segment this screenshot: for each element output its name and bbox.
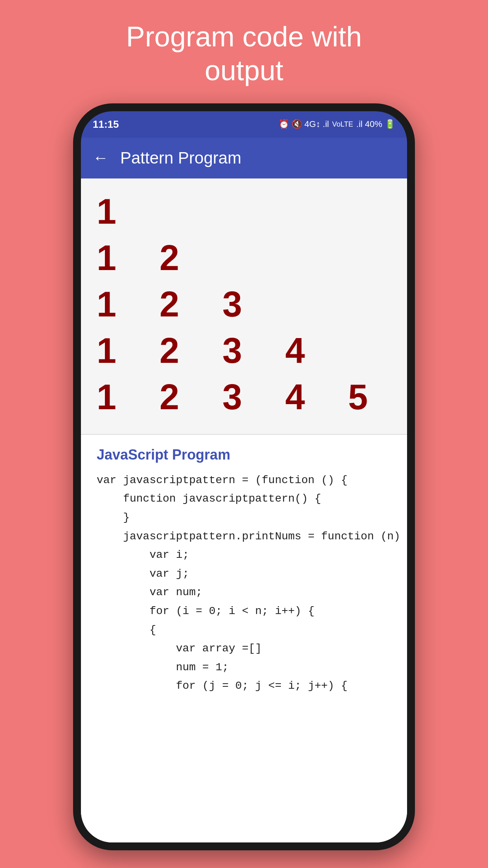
phone-mockup: 11:15 ⏰ 🔇 4G↕ .il VoLTE.il 40% 🔋 ← Patte… <box>73 103 415 850</box>
pattern-num: 1 <box>97 329 128 372</box>
pattern-num: 2 <box>160 329 191 372</box>
pattern-row-1: 1 <box>97 190 391 233</box>
code-line: { <box>97 621 391 640</box>
status-icons: ⏰ 🔇 4G↕ .il VoLTE.il 40% 🔋 <box>279 119 395 129</box>
pattern-num: 2 <box>160 237 191 279</box>
code-line: var array =[] <box>97 639 391 658</box>
pattern-num: 1 <box>97 237 128 279</box>
code-line: function javascriptpattern() { <box>97 489 391 508</box>
back-button[interactable]: ← <box>93 149 108 167</box>
app-bar: ← Pattern Program <box>81 138 407 178</box>
code-line: var i; <box>97 546 391 565</box>
pattern-row-2: 1 2 <box>97 237 391 279</box>
code-section: JavaScript Program var javascriptpattern… <box>81 435 407 842</box>
pattern-num: 4 <box>285 329 317 372</box>
page-title: Program code with output <box>95 20 393 88</box>
pattern-row-3: 1 2 3 <box>97 283 391 326</box>
code-section-title: JavaScript Program <box>97 447 391 463</box>
code-block: var javascriptpattern = (function () { f… <box>97 471 391 695</box>
pattern-num: 3 <box>222 329 254 372</box>
code-line: javascriptpattern.printNums = function (… <box>97 527 391 546</box>
status-bar: 11:15 ⏰ 🔇 4G↕ .il VoLTE.il 40% 🔋 <box>81 111 407 138</box>
phone-screen: 11:15 ⏰ 🔇 4G↕ .il VoLTE.il 40% 🔋 ← Patte… <box>81 111 407 842</box>
pattern-row-4: 1 2 3 4 <box>97 329 391 372</box>
status-time: 11:15 <box>93 118 119 131</box>
code-line: num = 1; <box>97 658 391 677</box>
code-line: var javascriptpattern = (function () { <box>97 471 391 490</box>
pattern-num: 3 <box>222 376 254 418</box>
code-line: var j; <box>97 565 391 583</box>
pattern-num: 1 <box>97 283 128 326</box>
code-line: for (j = 0; j <= i; j++) { <box>97 677 391 695</box>
pattern-row-5: 1 2 3 4 5 <box>97 376 391 418</box>
code-line: var num; <box>97 583 391 602</box>
pattern-num: 3 <box>222 283 254 326</box>
app-bar-title: Pattern Program <box>120 149 241 167</box>
pattern-section: 1 1 2 1 2 3 1 2 3 4 1 <box>81 178 407 435</box>
pattern-num: 2 <box>160 376 191 418</box>
code-line: for (i = 0; i < n; i++) { <box>97 602 391 621</box>
pattern-num: 1 <box>97 190 128 233</box>
code-line: } <box>97 508 391 527</box>
pattern-num: 5 <box>348 376 380 418</box>
content-area: 1 1 2 1 2 3 1 2 3 4 1 <box>81 178 407 842</box>
pattern-num: 2 <box>160 283 191 326</box>
pattern-num: 1 <box>97 376 128 418</box>
pattern-num: 4 <box>285 376 317 418</box>
